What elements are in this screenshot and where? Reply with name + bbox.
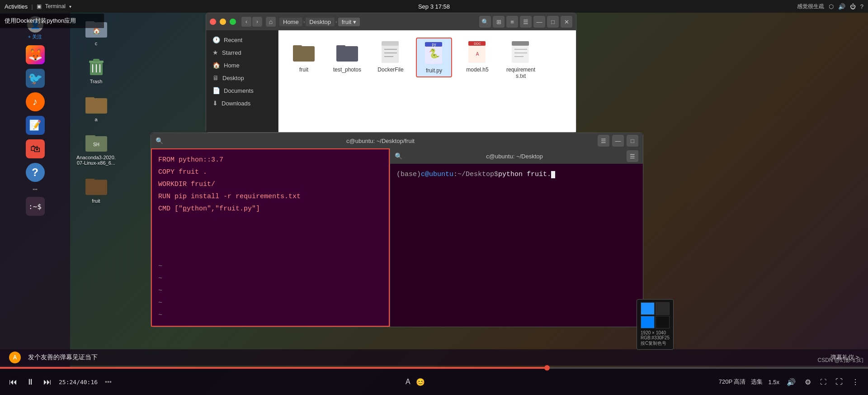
writer-icon: 📝 xyxy=(29,119,41,131)
sidebar-item-downloads[interactable]: ⬇ Downloads xyxy=(206,97,278,109)
tilde-lines: ~ ~ ~ ~ ~ xyxy=(158,260,162,321)
desktop-icon-anaconda[interactable]: SH Anaconda3-2020.07-Linux-x86_6... xyxy=(76,131,117,166)
play-pause-button[interactable]: ⏸ xyxy=(24,376,36,389)
file-item-requirements[interactable]: requirements.txt xyxy=(503,38,539,82)
terminal-menu-button[interactable]: ☰ xyxy=(598,135,609,147)
help-icon[interactable]: ? xyxy=(860,3,863,10)
fm-close-button[interactable]: ✕ xyxy=(561,16,572,28)
file-item-model-h5[interactable]: DOC A model.h5 xyxy=(459,38,495,76)
terminal-editor-pane[interactable]: FROM python::3.7 COPY fruit . WORKDIR fr… xyxy=(151,148,390,327)
volume-button[interactable]: 🔊 xyxy=(785,376,797,388)
top-bar-right: 感觉很生疏 ⬡ 🔊 ⏻ ? xyxy=(797,3,868,10)
nav-back-button[interactable]: ‹ xyxy=(241,17,251,27)
cursor-block xyxy=(551,171,555,178)
breadcrumb-desktop[interactable]: Desktop xyxy=(306,18,335,26)
file-item-fruit-folder[interactable]: fruit xyxy=(286,38,322,76)
follow-button[interactable]: + 关注 xyxy=(28,33,42,40)
window-close-button[interactable] xyxy=(210,19,216,25)
barrage-face-icon[interactable]: 😊 xyxy=(416,378,425,386)
terminal-prompt-line: (base) c@ubuntu:~/Desktop$ python fruit. xyxy=(396,168,637,181)
more-button[interactable]: ⋮ xyxy=(850,376,861,388)
sidebar-item-starred[interactable]: ★ Starred xyxy=(206,47,278,58)
svg-rect-34 xyxy=(512,41,529,46)
fm-maximize-button[interactable]: □ xyxy=(547,16,559,28)
fm-view-grid-button[interactable]: ⊞ xyxy=(493,16,505,28)
desktop-icon-trash[interactable]: Trash xyxy=(85,55,107,84)
top-bar-left: Activities | ▣ Terminal ▾ xyxy=(0,3,71,10)
color-cell-blue1[interactable] xyxy=(641,302,655,315)
fm-view-list-button[interactable]: ≡ xyxy=(506,16,518,28)
starred-icon: ★ xyxy=(212,49,218,56)
dock-item-writer[interactable]: 📝 xyxy=(24,114,46,136)
sidebar-item-home[interactable]: 🏠 Home xyxy=(206,59,278,71)
sidebar-item-desktop[interactable]: 🖥 Desktop xyxy=(206,72,278,84)
color-cell-dark2[interactable] xyxy=(656,316,670,328)
terminal-maximize-button[interactable]: □ xyxy=(627,135,638,147)
fm-search-button[interactable]: 🔍 xyxy=(479,16,491,28)
file-item-test-photos[interactable]: test_photos xyxy=(329,38,365,76)
fm-toolbar-right: 🔍 ⊞ ≡ ☰ — □ ✕ xyxy=(479,16,572,28)
terminal-right-menu-button[interactable]: ☰ xyxy=(627,150,638,162)
dock-item-rhythmbox[interactable]: ♪ xyxy=(24,91,46,113)
color-cell-dark1[interactable] xyxy=(656,302,670,315)
dock-item-help[interactable]: ? xyxy=(24,162,46,183)
barrage-icon: A xyxy=(406,378,410,386)
dock-item-firefox[interactable]: 🦊 xyxy=(24,44,46,66)
episodes-label[interactable]: 选集 xyxy=(751,378,763,386)
video-progress-bar[interactable] xyxy=(0,367,868,369)
file-item-dockerfile[interactable]: DockerFile xyxy=(373,38,409,76)
dock-item-terminal[interactable]: :~$ xyxy=(24,195,46,217)
nav-forward-button[interactable]: › xyxy=(252,17,262,27)
sidebar-item-recent-label: Recent xyxy=(224,37,242,43)
prompt-dollar: $ xyxy=(494,168,498,181)
color-action-info: 按C复制色号 xyxy=(641,340,670,347)
terminal-right-search-icon[interactable]: 🔍 xyxy=(395,152,402,160)
skip-forward-button[interactable]: ⏭ xyxy=(42,376,53,389)
resolution-label[interactable]: 720P 高清 xyxy=(719,378,746,386)
dock-item-appcenter[interactable]: 🛍 xyxy=(24,138,46,160)
sidebar-item-home-label: Home xyxy=(224,62,240,69)
breadcrumb-fruit[interactable]: fruit ▾ xyxy=(338,18,360,26)
terminal-right-body[interactable]: (base) c@ubuntu:~/Desktop$ python fruit. xyxy=(390,164,643,327)
file-manager-window: ‹ › ⌂ Home › Desktop › fruit ▾ 🔍 ⊞ ≡ ☰ —… xyxy=(206,13,576,133)
sidebar-item-desktop-label: Desktop xyxy=(222,75,244,81)
desktop-icon-fruit[interactable]: fruit xyxy=(85,175,107,204)
terminal-minimize-button[interactable]: — xyxy=(612,135,624,147)
fm-menu-button[interactable]: ☰ xyxy=(520,16,532,28)
color-cell-blue2[interactable] xyxy=(641,316,655,328)
subtitle-text: 发个友善的弹幕见证当下 xyxy=(28,353,823,362)
coin-icon[interactable]: A xyxy=(9,352,21,363)
terminal-search-icon[interactable]: 🔍 xyxy=(156,137,163,144)
sidebar-item-recent[interactable]: 🕐 Recent xyxy=(206,34,278,46)
file-item-fruit-py[interactable]: py 🐍 fruit.py xyxy=(416,38,452,77)
speed-label[interactable]: 1.5x xyxy=(768,379,779,385)
fullscreen-button[interactable]: ⛶ xyxy=(834,376,844,388)
svg-rect-21 xyxy=(382,41,399,46)
time-total: 40:16 xyxy=(80,379,98,385)
skip-back-button[interactable]: ⏮ xyxy=(7,376,19,389)
volume-icon[interactable]: 🔊 xyxy=(838,3,845,10)
sidebar-item-starred-label: Starred xyxy=(222,49,241,56)
activities-label[interactable]: Activities xyxy=(5,3,28,10)
power-icon[interactable]: ⏻ xyxy=(850,3,856,10)
dock-item-thunderbird[interactable]: 🐦 xyxy=(24,67,46,89)
svg-rect-12 xyxy=(85,135,95,140)
terminal-dropdown[interactable]: ▾ xyxy=(69,4,71,9)
terminal-label[interactable]: Terminal xyxy=(45,3,66,10)
fruit-folder-icon xyxy=(292,40,316,64)
progress-thumb[interactable] xyxy=(544,365,550,371)
color-picker-popup: 1920 × 1040 RGB:#330F25 按C复制色号 xyxy=(637,299,674,350)
file-manager-content: fruit test_photos xyxy=(278,30,576,132)
fm-minimize-button[interactable]: — xyxy=(533,16,545,28)
window-minimize-button[interactable] xyxy=(220,19,226,25)
breadcrumb-home[interactable]: Home xyxy=(279,18,302,26)
terminal-right-titlebar: 🔍 c@ubuntu: ~/Desktop ☰ xyxy=(390,148,643,164)
window-maximize-button[interactable] xyxy=(230,19,236,25)
pip-button[interactable]: ⛶ xyxy=(818,376,828,387)
sidebar-item-documents[interactable]: 📄 Documents xyxy=(206,85,278,96)
fruit-py-icon: py 🐍 xyxy=(422,41,446,65)
home-nav-button[interactable]: ⌂ xyxy=(266,17,276,27)
home-sidebar-icon: 🏠 xyxy=(212,62,220,69)
desktop-icon-folder-a[interactable]: a xyxy=(85,93,107,122)
settings-button[interactable]: ⚙ xyxy=(803,376,813,388)
